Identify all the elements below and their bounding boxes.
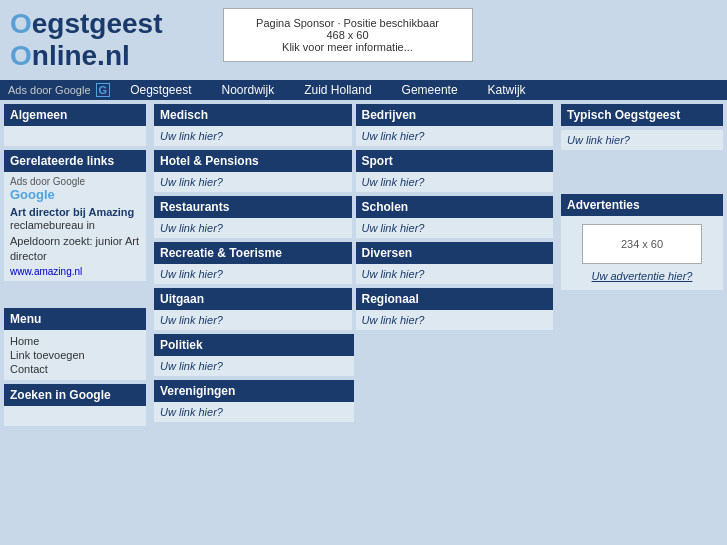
- uitgaan-body: Uw link hier?: [154, 310, 352, 330]
- sponsor-line2: 468 x 60: [244, 29, 452, 41]
- diversen-body: Uw link hier?: [356, 264, 554, 284]
- diversen-link[interactable]: Uw link hier?: [362, 268, 425, 280]
- politiek-link[interactable]: Uw link hier?: [160, 360, 223, 372]
- verenigingen-link[interactable]: Uw link hier?: [160, 406, 223, 418]
- verenigingen-block: Verenigingen Uw link hier?: [154, 380, 354, 422]
- ad-text: reclamebureau in Apeldoorn zoekt: junior…: [10, 218, 140, 264]
- menu-title: Menu: [4, 308, 146, 330]
- ad-link[interactable]: Art director bij Amazing: [10, 206, 140, 218]
- nav-gemeente[interactable]: Gemeente: [402, 83, 458, 97]
- recreatie-title: Recreatie & Toerisme: [154, 242, 352, 264]
- medisch-link[interactable]: Uw link hier?: [160, 130, 223, 142]
- zoeken-block: Zoeken in Google: [4, 384, 146, 426]
- diversen-block: Diversen Uw link hier?: [356, 242, 554, 284]
- sponsor-box[interactable]: Pagina Sponsor · Positie beschikbaar 468…: [223, 8, 473, 62]
- bedrijven-title: Bedrijven: [356, 104, 554, 126]
- gerelateerde-block: Gerelateerde links Ads door Google Googl…: [4, 150, 146, 280]
- row2: Hotel & Pensions Uw link hier? Sport Uw …: [154, 150, 553, 192]
- verenigingen-body: Uw link hier?: [154, 402, 354, 422]
- regionaal-link[interactable]: Uw link hier?: [362, 314, 425, 326]
- bedrijven-link[interactable]: Uw link hier?: [362, 130, 425, 142]
- uitgaan-title: Uitgaan: [154, 288, 352, 310]
- title-o1: O: [10, 8, 32, 39]
- politiek-body: Uw link hier?: [154, 356, 354, 376]
- ad-small-link[interactable]: www.amazing.nl: [10, 266, 82, 277]
- advertenties-body: 234 x 60 Uw advertentie hier?: [561, 216, 723, 290]
- typisch-title: Typisch Oegstgeest: [561, 104, 723, 126]
- google-logo: Google: [10, 187, 140, 202]
- row4: Recreatie & Toerisme Uw link hier? Diver…: [154, 242, 553, 284]
- typisch-block: Typisch Oegstgeest Uw link hier?: [561, 104, 723, 150]
- algemeen-title: Algemeen: [4, 104, 146, 126]
- sport-link[interactable]: Uw link hier?: [362, 176, 425, 188]
- restaurants-block: Restaurants Uw link hier?: [154, 196, 352, 238]
- medisch-block: Medisch Uw link hier?: [154, 104, 352, 146]
- advertenties-title: Advertenties: [561, 194, 723, 216]
- sport-block: Sport Uw link hier?: [356, 150, 554, 192]
- sidebar: Algemeen Gerelateerde links Ads door Goo…: [0, 100, 150, 430]
- recreatie-body: Uw link hier?: [154, 264, 352, 284]
- row3: Restaurants Uw link hier? Scholen Uw lin…: [154, 196, 553, 238]
- navbar: Ads door Google G Oegstgeest Noordwijk Z…: [0, 80, 727, 100]
- sidebar-ads: Ads door Google Google Art director bij …: [4, 172, 146, 280]
- right-panel: Typisch Oegstgeest Uw link hier? Adverte…: [557, 100, 727, 430]
- scholen-title: Scholen: [356, 196, 554, 218]
- ad-placeholder: 234 x 60: [582, 224, 702, 264]
- restaurants-title: Restaurants: [154, 196, 352, 218]
- regionaal-block: Regionaal Uw link hier?: [356, 288, 554, 330]
- zoeken-title: Zoeken in Google: [4, 384, 146, 406]
- nav-oegstgeest[interactable]: Oegstgeest: [130, 83, 191, 97]
- title-o2: O: [10, 40, 32, 71]
- google-icon: G: [96, 83, 111, 97]
- politiek-title: Politiek: [154, 334, 354, 356]
- sponsor-line3: Klik voor meer informatie...: [244, 41, 452, 53]
- sidebar-spacer: [4, 285, 146, 305]
- ads-google-nav: Ads door Google G: [8, 83, 110, 97]
- nav-katwijk[interactable]: Katwijk: [488, 83, 526, 97]
- hotel-link[interactable]: Uw link hier?: [160, 176, 223, 188]
- ad-here-link[interactable]: Uw advertentie hier?: [592, 270, 693, 282]
- nav-zuidholland[interactable]: Zuid Holland: [304, 83, 371, 97]
- content: Medisch Uw link hier? Bedrijven Uw link …: [150, 100, 557, 430]
- header: Oegstgeest Online.nl Pagina Sponsor · Po…: [0, 0, 727, 80]
- politiek-block: Politiek Uw link hier?: [154, 334, 354, 376]
- typisch-body: Uw link hier?: [561, 130, 723, 150]
- typisch-link[interactable]: Uw link hier?: [567, 134, 630, 146]
- gerelateerde-title: Gerelateerde links: [4, 150, 146, 172]
- recreatie-block: Recreatie & Toerisme Uw link hier?: [154, 242, 352, 284]
- sport-title: Sport: [356, 150, 554, 172]
- regionaal-body: Uw link hier?: [356, 310, 554, 330]
- hotel-block: Hotel & Pensions Uw link hier?: [154, 150, 352, 192]
- restaurants-body: Uw link hier?: [154, 218, 352, 238]
- row1: Medisch Uw link hier? Bedrijven Uw link …: [154, 104, 553, 146]
- restaurants-link[interactable]: Uw link hier?: [160, 222, 223, 234]
- row6: Politiek Uw link hier?: [154, 334, 553, 376]
- menu-home[interactable]: Home: [10, 334, 140, 348]
- scholen-block: Scholen Uw link hier?: [356, 196, 554, 238]
- nav-links: Oegstgeest Noordwijk Zuid Holland Gemeen…: [130, 83, 526, 97]
- sport-body: Uw link hier?: [356, 172, 554, 192]
- bedrijven-block: Bedrijven Uw link hier?: [356, 104, 554, 146]
- medisch-title: Medisch: [154, 104, 352, 126]
- medisch-body: Uw link hier?: [154, 126, 352, 146]
- recreatie-link[interactable]: Uw link hier?: [160, 268, 223, 280]
- bedrijven-body: Uw link hier?: [356, 126, 554, 146]
- row5: Uitgaan Uw link hier? Regionaal Uw link …: [154, 288, 553, 330]
- menu-link-toevoegen[interactable]: Link toevoegen: [10, 348, 140, 362]
- row7: Verenigingen Uw link hier?: [154, 380, 553, 422]
- verenigingen-title: Verenigingen: [154, 380, 354, 402]
- site-title: Oegstgeest Online.nl: [10, 8, 163, 72]
- menu-block: Menu Home Link toevoegen Contact: [4, 308, 146, 380]
- hotel-body: Uw link hier?: [154, 172, 352, 192]
- scholen-body: Uw link hier?: [356, 218, 554, 238]
- main-layout: Algemeen Gerelateerde links Ads door Goo…: [0, 100, 727, 430]
- right-gap: [561, 166, 723, 194]
- uitgaan-link[interactable]: Uw link hier?: [160, 314, 223, 326]
- nav-noordwijk[interactable]: Noordwijk: [222, 83, 275, 97]
- scholen-link[interactable]: Uw link hier?: [362, 222, 425, 234]
- hotel-title: Hotel & Pensions: [154, 150, 352, 172]
- menu-contact[interactable]: Contact: [10, 362, 140, 376]
- uitgaan-block: Uitgaan Uw link hier?: [154, 288, 352, 330]
- algemeen-block: Algemeen: [4, 104, 146, 146]
- sponsor-line1: Pagina Sponsor · Positie beschikbaar: [244, 17, 452, 29]
